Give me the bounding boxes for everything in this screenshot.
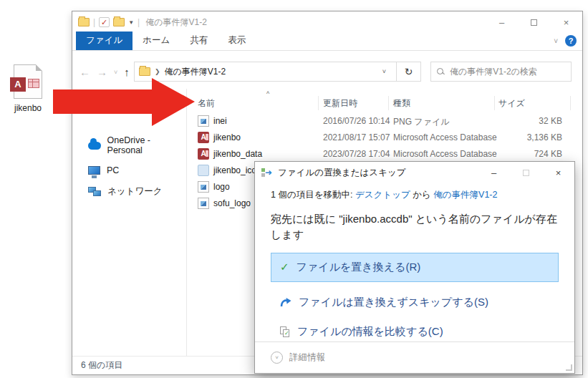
- details-chevron-icon[interactable]: ˅: [271, 352, 283, 364]
- compare-option-label: ファイルの情報を比較する(C): [297, 325, 443, 339]
- moving-prefix: 1 個の項目を移動中:: [271, 190, 355, 200]
- compare-files-icon: ✓: [280, 326, 290, 337]
- back-icon[interactable]: ←: [79, 66, 90, 78]
- skip-file-option[interactable]: ファイルは置き換えずスキップする(S): [271, 289, 559, 316]
- moving-middle: から: [410, 190, 434, 200]
- dialog-maximize-icon: [523, 170, 529, 176]
- search-box[interactable]: [430, 62, 572, 82]
- close-button[interactable]: ×: [550, 11, 582, 33]
- item-count: 6 個の項目: [81, 359, 122, 372]
- sort-ascending-icon: ^: [266, 90, 269, 97]
- qat-properties-icon[interactable]: ✓: [99, 17, 110, 27]
- dialog-title: ファイルの置換またはスキップ: [278, 167, 406, 179]
- nav-buttons: ← → ˅ ↑: [79, 66, 130, 78]
- breadcrumb[interactable]: ❯ 俺の事件簿V1-2 ˅: [134, 62, 397, 82]
- file-row[interactable]: inei 2016/07/26 10:14 PNG ファイル 32 KB: [188, 113, 582, 130]
- dialog-minimize-button[interactable]: –: [478, 162, 510, 183]
- access-file-icon: A: [198, 148, 209, 160]
- replace-file-option[interactable]: ✓ ファイルを置き換える(R): [271, 253, 559, 282]
- source-folder-link[interactable]: デスクトップ: [355, 190, 410, 200]
- dialog-controls: – ×: [478, 162, 574, 183]
- desktop-file-jikenbo[interactable]: A jikenbo: [7, 64, 49, 113]
- replace-option-label: ファイルを置き換える(R): [297, 261, 421, 274]
- file-date: 2023/07/28 17:04: [323, 149, 390, 159]
- access-table-glyph: [28, 79, 39, 88]
- file-name[interactable]: jikenbo_ico: [213, 165, 256, 175]
- tab-view[interactable]: 表示: [218, 32, 256, 50]
- file-date: 2021/08/17 15:07: [323, 132, 390, 142]
- up-icon[interactable]: ↑: [124, 66, 130, 78]
- file-name[interactable]: jikenbo_data: [213, 149, 262, 159]
- column-headers: ^ 名前 更新日時 種類 サイズ: [188, 94, 582, 112]
- sidebar-item-onedrive[interactable]: OneDrive - Personal: [72, 130, 186, 160]
- tab-share[interactable]: 共有: [180, 32, 218, 50]
- breadcrumb-folder-icon: [139, 67, 150, 76]
- qat-dropdown-icon[interactable]: ▼: [128, 19, 134, 26]
- conflict-message: 宛先には既に "jikenbo.accdb" という名前のファイルが存在します: [271, 211, 559, 243]
- file-name[interactable]: jikenbo: [213, 132, 241, 142]
- file-type: PNG ファイル: [393, 116, 449, 128]
- dialog-titlebar[interactable]: ➜ ファイルの置換またはスキップ – ×: [255, 162, 574, 183]
- refresh-button[interactable]: ↻: [397, 62, 421, 82]
- tab-home[interactable]: ホーム: [132, 32, 180, 50]
- column-header-date[interactable]: 更新日時: [323, 97, 357, 110]
- resize-grip[interactable]: [566, 364, 572, 371]
- dialog-maximize-button[interactable]: [510, 162, 542, 183]
- search-icon: [437, 68, 444, 75]
- file-name[interactable]: sofu_logo: [213, 198, 251, 208]
- file-type: Microsoft Access Database: [393, 149, 497, 159]
- file-name[interactable]: inei: [213, 116, 227, 126]
- network-icon: [88, 187, 101, 196]
- file-row[interactable]: A jikenbo_data 2023/07/28 17:04 Microsof…: [188, 146, 582, 163]
- window-controls: – ×: [486, 11, 582, 33]
- tab-file[interactable]: ファイル: [76, 32, 132, 50]
- ribbon-tabs: ファイル ホーム 共有 表示: [72, 33, 582, 51]
- move-files-icon: ➜: [261, 168, 273, 177]
- png-file-icon: [198, 198, 209, 209]
- file-row[interactable]: A jikenbo 2021/08/17 15:07 Microsoft Acc…: [188, 130, 582, 146]
- column-divider[interactable]: [570, 96, 571, 110]
- app-folder-icon: [78, 18, 90, 26]
- ribbon-collapse-icon[interactable]: ˅: [554, 37, 558, 45]
- navigation-pane: OneDrive - Personal PC ネットワーク: [72, 89, 187, 356]
- skip-option-label: ファイルは置き換えずスキップする(S): [299, 296, 488, 309]
- desktop-icon-label: jikenbo: [7, 103, 49, 113]
- column-divider[interactable]: [318, 96, 319, 110]
- window-title: 俺の事件簿V1-2: [145, 16, 207, 29]
- maximize-button[interactable]: [518, 11, 550, 33]
- help-icon[interactable]: ?: [565, 35, 577, 47]
- explorer-titlebar[interactable]: | ✓ ▼ | 俺の事件簿V1-2 – ×: [72, 11, 582, 33]
- breadcrumb-path[interactable]: 俺の事件簿V1-2: [165, 66, 226, 78]
- icon-file-icon: [198, 165, 209, 176]
- column-header-size[interactable]: サイズ: [498, 97, 525, 110]
- dialog-body: 1 個の項目を移動中: デスクトップ から 俺の事件簿V1-2 宛先には既に "…: [271, 189, 559, 346]
- details-label[interactable]: 詳細情報: [289, 352, 325, 364]
- column-divider[interactable]: [494, 96, 495, 110]
- access-a-badge: A: [10, 77, 26, 92]
- minimize-button[interactable]: –: [486, 11, 518, 33]
- sidebar-item-pc[interactable]: PC: [72, 160, 186, 180]
- dialog-close-button[interactable]: ×: [542, 162, 574, 183]
- recent-locations-icon[interactable]: ˅: [114, 69, 117, 76]
- separator: |: [93, 17, 95, 27]
- column-header-type[interactable]: 種類: [393, 97, 410, 110]
- target-folder-link[interactable]: 俺の事件簿V1-2: [433, 190, 497, 200]
- address-bar: ← → ˅ ↑ ❯ 俺の事件簿V1-2 ˅ ↻: [72, 56, 582, 89]
- search-input[interactable]: [450, 67, 565, 77]
- ribbon-right-controls: ˅ ?: [554, 35, 577, 47]
- breadcrumb-dropdown-icon[interactable]: ˅: [377, 68, 392, 75]
- breadcrumb-separator-icon: ❯: [155, 68, 160, 75]
- file-type: Microsoft Access Database: [393, 132, 497, 142]
- file-name[interactable]: logo: [213, 182, 230, 192]
- moving-status-line: 1 個の項目を移動中: デスクトップ から 俺の事件簿V1-2: [271, 189, 559, 201]
- check-icon: ✓: [280, 261, 289, 273]
- qat-newfolder-icon[interactable]: [113, 18, 125, 26]
- quick-access-toolbar: | ✓ ▼ |: [72, 17, 140, 27]
- forward-icon[interactable]: →: [97, 66, 107, 78]
- sidebar-item-network[interactable]: ネットワーク: [72, 180, 186, 203]
- column-header-name[interactable]: 名前: [198, 97, 215, 110]
- file-size: 724 KB: [534, 149, 562, 159]
- access-file-icon: A: [198, 132, 209, 143]
- column-divider[interactable]: [388, 96, 389, 110]
- sidebar-label: OneDrive - Personal: [107, 135, 186, 155]
